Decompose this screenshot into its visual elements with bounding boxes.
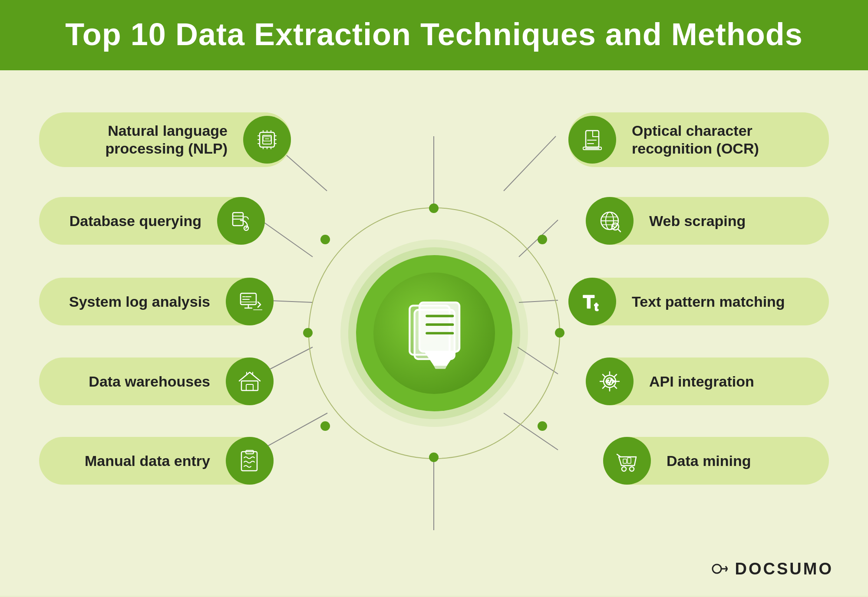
item-ocr: Optical characterrecognition (OCR) (568, 112, 829, 167)
manual-icon-circle (226, 437, 274, 485)
item-data-mining: Data mining (603, 437, 829, 485)
warehouse-icon (237, 369, 262, 394)
orbit-dot-top-right (538, 235, 547, 244)
svg-rect-48 (246, 384, 253, 390)
data-mining-label: Data mining (651, 443, 767, 479)
svg-marker-19 (431, 361, 449, 368)
svg-line-73 (614, 386, 617, 388)
svg-point-83 (713, 564, 721, 573)
item-api: </> API integration (586, 358, 829, 405)
database-querying-label: Database querying (54, 203, 217, 239)
main-content: Natural languageprocessing (NLP) Databas… (0, 70, 868, 596)
database-icon (228, 208, 254, 233)
svg-rect-47 (241, 381, 258, 390)
orbit-dot-bottom-left (320, 421, 330, 431)
nlp-icon-circle (243, 116, 291, 164)
item-manual-data: Manual data entry (39, 437, 274, 485)
nlp-icon (254, 127, 280, 152)
log-icon-circle (226, 278, 274, 325)
system-log-label: System log analysis (53, 284, 226, 320)
log-icon (237, 289, 262, 314)
database-icon-circle (217, 197, 265, 245)
docsumo-logo: DOCSUMO (711, 559, 833, 578)
mining-icon (614, 448, 640, 473)
manual-icon (237, 448, 262, 473)
center-circle-inner (373, 272, 495, 394)
item-text-pattern: T t Text pattern matching (568, 278, 829, 325)
header-bar: Top 10 Data Extraction Techniques and Me… (0, 0, 868, 70)
orbit-dot-top-left (320, 235, 330, 244)
center-circle (356, 255, 512, 411)
text-icon: T t (580, 289, 605, 314)
orbit-dot-top (429, 203, 439, 213)
svg-point-80 (630, 467, 634, 471)
orbit-dot-left (303, 328, 313, 338)
item-data-warehouses: Data warehouses (39, 358, 274, 405)
page-title: Top 10 Data Extraction Techniques and Me… (0, 16, 868, 52)
orbit-dot-bottom (429, 453, 439, 462)
orbit-dot-right (555, 328, 564, 338)
docsumo-brand-icon (711, 559, 730, 578)
svg-line-72 (603, 374, 605, 377)
mining-icon-circle (603, 437, 651, 485)
svg-rect-81 (623, 459, 627, 463)
data-warehouses-label: Data warehouses (73, 364, 226, 400)
svg-line-74 (614, 374, 617, 377)
item-nlp: Natural languageprocessing (NLP) (39, 112, 291, 167)
warehouse-icon-circle (226, 358, 274, 405)
nlp-label: Natural languageprocessing (NLP) (90, 112, 243, 167)
api-label: API integration (634, 364, 770, 400)
svg-rect-20 (260, 132, 274, 147)
svg-rect-82 (627, 458, 631, 463)
text-pattern-label: Text pattern matching (616, 284, 801, 320)
api-icon-circle: </> (586, 358, 634, 405)
svg-line-5 (504, 136, 556, 191)
svg-text:</>: </> (606, 378, 615, 384)
api-icon: </> (597, 369, 622, 394)
ocr-icon-circle (568, 116, 616, 164)
item-web-scraping: Web scraping (586, 197, 829, 245)
item-database-querying: Database querying (39, 197, 265, 245)
svg-line-64 (618, 229, 620, 232)
center-icon (397, 296, 471, 370)
docsumo-logo-text: DOCSUMO (735, 560, 833, 578)
ocr-icon (580, 127, 605, 152)
svg-line-75 (603, 386, 605, 388)
web-icon-circle (586, 197, 634, 245)
item-system-log: System log analysis (39, 278, 274, 325)
svg-rect-14 (419, 302, 459, 351)
svg-rect-51 (241, 452, 257, 471)
svg-text:T: T (583, 292, 594, 312)
svg-line-1 (261, 220, 313, 257)
svg-line-4 (261, 413, 327, 450)
orbit-dot-bottom-right (538, 421, 547, 431)
web-icon (597, 208, 622, 233)
ocr-label: Optical characterrecognition (OCR) (616, 112, 775, 167)
web-scraping-label: Web scraping (634, 203, 761, 239)
svg-text:t: t (594, 300, 598, 313)
text-icon-circle: T t (568, 278, 616, 325)
svg-point-79 (622, 467, 626, 471)
manual-data-label: Manual data entry (69, 443, 226, 479)
